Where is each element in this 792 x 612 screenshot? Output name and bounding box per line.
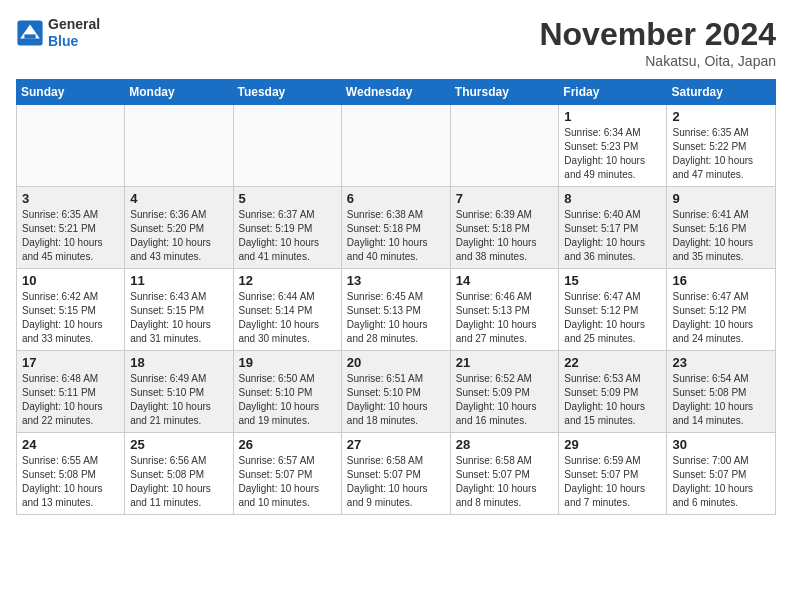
day-info: Sunrise: 6:53 AM Sunset: 5:09 PM Dayligh… (564, 372, 661, 428)
day-info: Sunrise: 6:56 AM Sunset: 5:08 PM Dayligh… (130, 454, 227, 510)
calendar-week-row: 24Sunrise: 6:55 AM Sunset: 5:08 PM Dayli… (17, 433, 776, 515)
calendar-table: SundayMondayTuesdayWednesdayThursdayFrid… (16, 79, 776, 515)
day-info: Sunrise: 6:34 AM Sunset: 5:23 PM Dayligh… (564, 126, 661, 182)
day-info: Sunrise: 6:35 AM Sunset: 5:22 PM Dayligh… (672, 126, 770, 182)
location: Nakatsu, Oita, Japan (539, 53, 776, 69)
day-info: Sunrise: 6:54 AM Sunset: 5:08 PM Dayligh… (672, 372, 770, 428)
day-info: Sunrise: 6:45 AM Sunset: 5:13 PM Dayligh… (347, 290, 445, 346)
month-title: November 2024 (539, 16, 776, 53)
calendar-cell: 28Sunrise: 6:58 AM Sunset: 5:07 PM Dayli… (450, 433, 559, 515)
calendar-week-row: 17Sunrise: 6:48 AM Sunset: 5:11 PM Dayli… (17, 351, 776, 433)
calendar-cell: 6Sunrise: 6:38 AM Sunset: 5:18 PM Daylig… (341, 187, 450, 269)
calendar-cell: 11Sunrise: 6:43 AM Sunset: 5:15 PM Dayli… (125, 269, 233, 351)
day-number: 18 (130, 355, 227, 370)
weekday-header: Wednesday (341, 80, 450, 105)
calendar-cell: 21Sunrise: 6:52 AM Sunset: 5:09 PM Dayli… (450, 351, 559, 433)
day-info: Sunrise: 6:51 AM Sunset: 5:10 PM Dayligh… (347, 372, 445, 428)
day-info: Sunrise: 6:38 AM Sunset: 5:18 PM Dayligh… (347, 208, 445, 264)
day-number: 16 (672, 273, 770, 288)
day-number: 15 (564, 273, 661, 288)
day-info: Sunrise: 6:39 AM Sunset: 5:18 PM Dayligh… (456, 208, 554, 264)
calendar-week-row: 1Sunrise: 6:34 AM Sunset: 5:23 PM Daylig… (17, 105, 776, 187)
weekday-header: Friday (559, 80, 667, 105)
logo-blue: Blue (48, 33, 100, 50)
day-info: Sunrise: 6:58 AM Sunset: 5:07 PM Dayligh… (456, 454, 554, 510)
day-number: 7 (456, 191, 554, 206)
day-number: 19 (239, 355, 336, 370)
calendar-cell: 14Sunrise: 6:46 AM Sunset: 5:13 PM Dayli… (450, 269, 559, 351)
day-number: 20 (347, 355, 445, 370)
calendar-cell: 25Sunrise: 6:56 AM Sunset: 5:08 PM Dayli… (125, 433, 233, 515)
day-info: Sunrise: 6:47 AM Sunset: 5:12 PM Dayligh… (672, 290, 770, 346)
calendar-cell: 22Sunrise: 6:53 AM Sunset: 5:09 PM Dayli… (559, 351, 667, 433)
day-number: 8 (564, 191, 661, 206)
day-number: 30 (672, 437, 770, 452)
day-info: Sunrise: 7:00 AM Sunset: 5:07 PM Dayligh… (672, 454, 770, 510)
day-info: Sunrise: 6:43 AM Sunset: 5:15 PM Dayligh… (130, 290, 227, 346)
day-info: Sunrise: 6:44 AM Sunset: 5:14 PM Dayligh… (239, 290, 336, 346)
calendar-cell: 4Sunrise: 6:36 AM Sunset: 5:20 PM Daylig… (125, 187, 233, 269)
weekday-header-row: SundayMondayTuesdayWednesdayThursdayFrid… (17, 80, 776, 105)
day-number: 21 (456, 355, 554, 370)
logo-general: General (48, 16, 100, 33)
day-number: 23 (672, 355, 770, 370)
day-number: 12 (239, 273, 336, 288)
day-number: 6 (347, 191, 445, 206)
day-info: Sunrise: 6:57 AM Sunset: 5:07 PM Dayligh… (239, 454, 336, 510)
day-info: Sunrise: 6:36 AM Sunset: 5:20 PM Dayligh… (130, 208, 227, 264)
calendar-cell: 8Sunrise: 6:40 AM Sunset: 5:17 PM Daylig… (559, 187, 667, 269)
calendar-cell (125, 105, 233, 187)
day-number: 11 (130, 273, 227, 288)
day-info: Sunrise: 6:50 AM Sunset: 5:10 PM Dayligh… (239, 372, 336, 428)
calendar-cell: 13Sunrise: 6:45 AM Sunset: 5:13 PM Dayli… (341, 269, 450, 351)
day-number: 24 (22, 437, 119, 452)
logo-text: General Blue (48, 16, 100, 50)
calendar-cell: 9Sunrise: 6:41 AM Sunset: 5:16 PM Daylig… (667, 187, 776, 269)
day-info: Sunrise: 6:42 AM Sunset: 5:15 PM Dayligh… (22, 290, 119, 346)
day-info: Sunrise: 6:40 AM Sunset: 5:17 PM Dayligh… (564, 208, 661, 264)
weekday-header: Monday (125, 80, 233, 105)
day-info: Sunrise: 6:48 AM Sunset: 5:11 PM Dayligh… (22, 372, 119, 428)
calendar-cell: 1Sunrise: 6:34 AM Sunset: 5:23 PM Daylig… (559, 105, 667, 187)
calendar-cell: 10Sunrise: 6:42 AM Sunset: 5:15 PM Dayli… (17, 269, 125, 351)
calendar-cell: 15Sunrise: 6:47 AM Sunset: 5:12 PM Dayli… (559, 269, 667, 351)
day-number: 1 (564, 109, 661, 124)
calendar-cell: 17Sunrise: 6:48 AM Sunset: 5:11 PM Dayli… (17, 351, 125, 433)
day-number: 22 (564, 355, 661, 370)
calendar-cell (341, 105, 450, 187)
calendar-cell: 5Sunrise: 6:37 AM Sunset: 5:19 PM Daylig… (233, 187, 341, 269)
calendar-cell (233, 105, 341, 187)
day-number: 25 (130, 437, 227, 452)
title-block: November 2024 Nakatsu, Oita, Japan (539, 16, 776, 69)
calendar-cell: 29Sunrise: 6:59 AM Sunset: 5:07 PM Dayli… (559, 433, 667, 515)
calendar-week-row: 3Sunrise: 6:35 AM Sunset: 5:21 PM Daylig… (17, 187, 776, 269)
calendar-cell: 18Sunrise: 6:49 AM Sunset: 5:10 PM Dayli… (125, 351, 233, 433)
calendar-cell: 20Sunrise: 6:51 AM Sunset: 5:10 PM Dayli… (341, 351, 450, 433)
day-number: 29 (564, 437, 661, 452)
calendar-cell: 30Sunrise: 7:00 AM Sunset: 5:07 PM Dayli… (667, 433, 776, 515)
day-info: Sunrise: 6:49 AM Sunset: 5:10 PM Dayligh… (130, 372, 227, 428)
day-info: Sunrise: 6:59 AM Sunset: 5:07 PM Dayligh… (564, 454, 661, 510)
page-header: General Blue November 2024 Nakatsu, Oita… (16, 16, 776, 69)
day-info: Sunrise: 6:58 AM Sunset: 5:07 PM Dayligh… (347, 454, 445, 510)
day-number: 28 (456, 437, 554, 452)
day-info: Sunrise: 6:52 AM Sunset: 5:09 PM Dayligh… (456, 372, 554, 428)
day-info: Sunrise: 6:46 AM Sunset: 5:13 PM Dayligh… (456, 290, 554, 346)
day-number: 17 (22, 355, 119, 370)
day-number: 13 (347, 273, 445, 288)
calendar-cell: 16Sunrise: 6:47 AM Sunset: 5:12 PM Dayli… (667, 269, 776, 351)
logo: General Blue (16, 16, 100, 50)
day-number: 5 (239, 191, 336, 206)
day-info: Sunrise: 6:41 AM Sunset: 5:16 PM Dayligh… (672, 208, 770, 264)
day-number: 4 (130, 191, 227, 206)
calendar-cell: 26Sunrise: 6:57 AM Sunset: 5:07 PM Dayli… (233, 433, 341, 515)
day-number: 14 (456, 273, 554, 288)
day-info: Sunrise: 6:55 AM Sunset: 5:08 PM Dayligh… (22, 454, 119, 510)
calendar-cell: 19Sunrise: 6:50 AM Sunset: 5:10 PM Dayli… (233, 351, 341, 433)
calendar-cell: 12Sunrise: 6:44 AM Sunset: 5:14 PM Dayli… (233, 269, 341, 351)
day-info: Sunrise: 6:37 AM Sunset: 5:19 PM Dayligh… (239, 208, 336, 264)
calendar-cell (17, 105, 125, 187)
calendar-cell: 27Sunrise: 6:58 AM Sunset: 5:07 PM Dayli… (341, 433, 450, 515)
day-number: 10 (22, 273, 119, 288)
weekday-header: Thursday (450, 80, 559, 105)
